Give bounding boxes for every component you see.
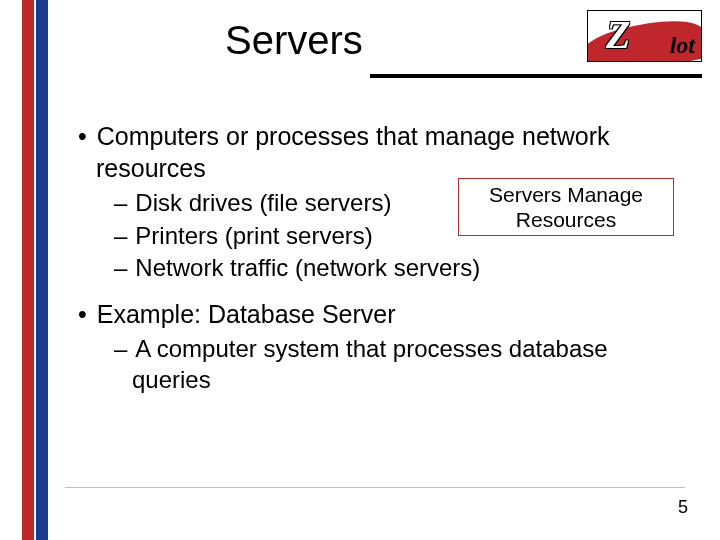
stripe-blue [36, 0, 48, 540]
logo-text: lot [670, 32, 695, 59]
bullet-1: Computers or processes that manage netwo… [70, 120, 690, 184]
content-area: Computers or processes that manage netwo… [70, 120, 690, 398]
page-number: 5 [678, 497, 688, 518]
slide: Servers Z lot Computers or processes tha… [0, 0, 720, 540]
footer-rule [65, 487, 685, 488]
bullet-2: Example: Database Server [70, 298, 690, 330]
callout-line-2: Resources [463, 207, 669, 232]
stripe-red [22, 0, 34, 540]
callout-box: Servers Manage Resources [458, 178, 674, 236]
slide-title: Servers [225, 18, 363, 63]
logo: Z lot [587, 10, 702, 62]
subbullet-3: Network traffic (network servers) [70, 253, 690, 284]
logo-letter-z: Z [606, 11, 630, 58]
header-rule [370, 74, 702, 78]
callout-line-1: Servers Manage [463, 182, 669, 207]
subbullet-4: A computer system that processes databas… [70, 334, 690, 395]
